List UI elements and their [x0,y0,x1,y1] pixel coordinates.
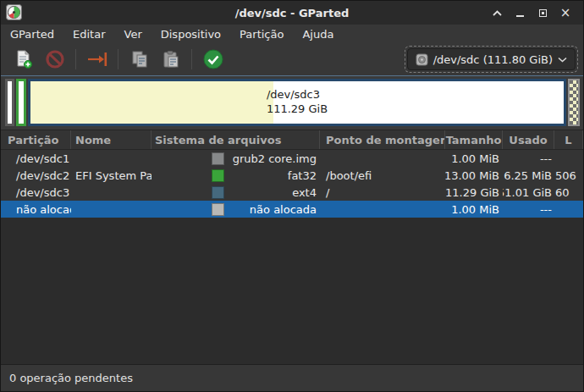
menubar: GParted Editar Ver Dispositivo Partição … [1,25,583,43]
fs-label: não alocada [224,203,320,216]
partition-path: /dev/sdc2 [16,169,69,182]
toolbar: /dev/sdc (111.80 GiB) [1,43,583,75]
menu-editar[interactable]: Editar [63,26,115,42]
minimize-button[interactable] [512,4,527,21]
disk-visual-sdc1[interactable] [5,79,14,126]
table-row-sdc3[interactable]: /dev/sdc3 ext4 / 111.29 GiB 51.01 GiB 60 [1,184,583,201]
menu-particao[interactable]: Partição [230,26,293,42]
size-value: 1.00 MiB [445,150,503,167]
resize-move-icon [86,49,108,69]
partition-table: Partição Nome Sistema de arquivos Ponto … [1,130,583,365]
menu-gparted[interactable]: GParted [1,26,63,42]
col-particao: Partição [1,130,71,149]
delete-partition-icon [45,49,65,69]
partition-path: /dev/sdc3 [16,186,69,199]
close-button[interactable]: × [558,4,573,21]
col-livre-clipped: L [554,130,583,149]
menu-dispositivo[interactable]: Dispositivo [152,26,230,42]
partition-path: não alocada [16,203,71,216]
table-header: Partição Nome Sistema de arquivos Ponto … [1,130,583,150]
toolbar-separator [118,49,118,69]
new-partition-button[interactable] [8,46,39,73]
fs-label: fat32 [224,169,320,182]
col-ponto-montagem: Ponto de montagem [320,130,445,149]
disk-visual-sdc2[interactable] [16,79,26,126]
fs-color-swatch [212,169,224,182]
size-value: 1.00 MiB [445,201,503,218]
toolbar-separator [191,49,192,69]
used-value: --- [503,201,554,218]
disk-visual-sdc3[interactable]: /dev/sdc3 111.29 GiB [28,79,566,126]
disk-visual-unallocated-selected[interactable] [568,79,580,126]
used-value: 51.01 GiB [503,184,554,201]
device-selector-focus-ring: /dev/sdc (111.80 GiB) [405,46,578,73]
partition-name: EFI System Partition [75,169,152,182]
mount-point [320,150,445,167]
disk-visual-bar: /dev/sdc3 111.29 GiB [1,75,583,130]
harddisk-icon [416,53,428,66]
disk-visual-sdc3-label: /dev/sdc3 111.29 GiB [267,88,328,117]
paste-button[interactable] [155,46,186,73]
fs-label: grub2 core.img [224,152,320,165]
free-value [554,201,583,218]
partition-path: /dev/sdc1 [16,152,69,165]
table-row-unallocated-selected[interactable]: não alocada não alocada 1.00 MiB --- [1,201,583,218]
menu-ver[interactable]: Ver [115,26,152,42]
mount-point: / [320,184,445,201]
mount-point [320,201,445,218]
used-value: 6.25 MiB [503,167,554,184]
device-selector[interactable]: /dev/sdc (111.80 GiB) [407,48,576,70]
pending-operations-text: 0 operação pendentes [9,372,133,384]
copy-icon [129,49,150,69]
fs-label: ext4 [224,186,320,199]
chevron-down-icon [558,57,567,63]
apply-check-icon [202,48,224,70]
free-value: 60 [554,184,583,201]
fs-color-swatch [212,152,224,165]
window-controls: × [489,1,573,25]
size-value: 111.29 GiB [445,184,503,201]
used-space-fill [30,81,273,124]
col-nome: Nome [71,130,152,149]
apply-operations-button[interactable] [197,46,229,73]
col-usado: Usado [503,130,554,149]
fs-color-swatch [212,186,224,199]
menu-ajuda[interactable]: Ajuda [293,26,343,42]
delete-partition-button[interactable] [39,46,70,73]
maximize-button[interactable] [535,4,550,21]
col-sistema-arquivos: Sistema de arquivos [152,130,320,149]
gparted-window: /dev/sdc - GParted × GParted Editar Ver … [0,0,584,392]
size-value: 513.00 MiB [445,167,503,184]
copy-button[interactable] [124,46,155,73]
table-row-sdc2[interactable]: /dev/sdc2 EFI System Partition fat32 /bo… [1,167,583,184]
mount-point: /boot/efi [320,167,445,184]
table-empty-area [1,218,583,364]
table-row-sdc1[interactable]: /dev/sdc1 grub2 core.img 1.00 MiB --- [1,150,583,167]
device-selector-value: /dev/sdc (111.80 GiB) [433,53,553,66]
fs-color-swatch [212,203,224,216]
free-value: 506 [554,167,583,184]
shade-button[interactable] [489,4,504,21]
paste-icon [161,49,181,69]
statusbar: 0 operação pendentes [1,365,583,391]
new-partition-icon [14,49,34,69]
titlebar: /dev/sdc - GParted × [1,1,583,25]
free-value [554,150,583,167]
resize-move-button[interactable] [81,46,113,73]
toolbar-separator [75,49,76,69]
col-tamanho: Tamanho [445,130,503,149]
used-value: --- [503,150,554,167]
